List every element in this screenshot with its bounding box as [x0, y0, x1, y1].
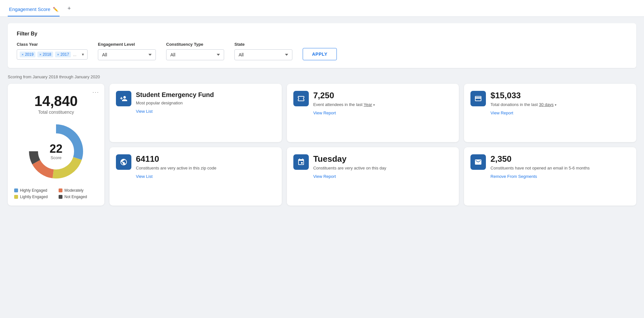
metric-desc-email-inactive: Constituents have not opened an email in… — [490, 165, 630, 171]
tag-x-2019[interactable]: × — [22, 53, 24, 56]
legend-dot-moderately — [59, 188, 62, 192]
tag-x-2017[interactable]: × — [57, 53, 59, 56]
metric-value-total-donations: $15,033 — [490, 91, 630, 100]
view-report-active-day[interactable]: View Report — [313, 174, 453, 179]
engagement-level-select[interactable]: All Highly Engaged Moderately Lightly En… — [98, 49, 156, 60]
constituency-type-filter: Constituency Type All — [166, 42, 224, 60]
metric-content-event-attendees: 7,250 Event attendees in the last Year ▾… — [313, 91, 453, 115]
state-select[interactable]: All — [234, 49, 292, 60]
filter-title: Filter By — [17, 31, 627, 37]
filter-box: Filter By Class Year × 2019 × 2018 — [8, 23, 636, 68]
legend-dot-lightly-engaged — [14, 195, 18, 199]
chevron-down-icon: ▼ — [81, 53, 85, 56]
engagement-level-label: Engagement Level — [98, 42, 156, 47]
metric-desc-total-donations: Total donations in the last 30 days ▾ — [490, 102, 630, 108]
class-year-filter: Class Year × 2019 × 2018 × 2017 — [17, 42, 88, 60]
view-list-student-emergency-fund[interactable]: View List — [136, 109, 275, 114]
class-year-input[interactable]: × 2019 × 2018 × 2017 ... ▼ — [17, 49, 88, 60]
metric-content-email-inactive: 2,350 Constituents have not opened an em… — [490, 154, 630, 179]
metric-desc-zip-code: Constituents are very active in this zip… — [136, 165, 275, 171]
metric-card-zip-code: 64110 Constituents are very active in th… — [109, 147, 282, 206]
tag-2019[interactable]: × 2019 — [20, 52, 35, 57]
total-count: 14,840 — [34, 94, 78, 108]
legend-highly-engaged: Highly Engaged — [14, 188, 53, 193]
calendar-icon — [293, 154, 309, 170]
tag-more[interactable]: ... — [73, 52, 76, 57]
donut-score-label: Score — [50, 155, 62, 160]
donut-score: 22 — [50, 143, 62, 155]
metric-desc-event-attendees: Event attendees in the last Year ▾ — [313, 102, 453, 108]
score-card: ··· 14,840 Total constituency — [8, 84, 104, 206]
tag-x-2018[interactable]: × — [39, 53, 41, 56]
filter-row: Class Year × 2019 × 2018 × 2017 — [17, 42, 627, 60]
metric-card-email-inactive: 2,350 Constituents have not opened an em… — [464, 147, 636, 206]
person-add-icon — [116, 91, 131, 106]
tab-add-button[interactable]: + — [65, 1, 73, 16]
legend-lightly-engaged: Lightly Engaged — [14, 195, 53, 199]
constituency-type-select[interactable]: All — [166, 49, 224, 60]
credit-card-icon — [470, 91, 486, 106]
apply-button[interactable]: APPLY — [303, 48, 337, 60]
class-year-label: Class Year — [17, 42, 88, 47]
metric-value-active-day: Tuesday — [313, 154, 453, 164]
main-content: Filter By Class Year × 2019 × 2018 — [0, 17, 644, 212]
envelope-icon — [470, 154, 486, 170]
score-card-menu[interactable]: ··· — [92, 89, 99, 96]
year-dropdown[interactable]: Year ▾ — [364, 102, 375, 107]
metric-card-event-attendees: 7,250 Event attendees in the last Year ▾… — [287, 84, 459, 142]
metric-card-active-day: Tuesday Constituents are very active on … — [287, 147, 459, 206]
edit-icon[interactable]: ✏️ — [53, 7, 58, 12]
metric-content-student-emergency-fund: Student Emergency Fund Most popular desi… — [136, 91, 275, 114]
legend: Highly Engaged Moderately Lightly Engage… — [14, 188, 98, 199]
view-report-event-attendees[interactable]: View Report — [313, 111, 453, 115]
30days-dropdown[interactable]: 30 days ▾ — [539, 102, 556, 107]
legend-dot-not-engaged — [59, 195, 62, 199]
metric-content-zip-code: 64110 Constituents are very active in th… — [136, 154, 275, 179]
tab-label: Engagement Score — [9, 6, 50, 12]
metric-value-student-emergency-fund: Student Emergency Fund — [136, 91, 275, 99]
state-label: State — [234, 42, 292, 47]
ticket-icon — [293, 91, 309, 106]
metric-value-event-attendees: 7,250 — [313, 91, 453, 100]
state-filter: State All — [234, 42, 292, 60]
tag-2017[interactable]: × 2017 — [55, 52, 71, 57]
legend-dot-highly-engaged — [14, 188, 18, 192]
tag-2018[interactable]: × 2018 — [37, 52, 53, 57]
view-list-zip-code[interactable]: View List — [136, 174, 275, 179]
tab-engagement-score[interactable]: Engagement Score ✏️ — [8, 2, 60, 16]
metric-content-active-day: Tuesday Constituents are very active on … — [313, 154, 453, 179]
page-wrapper: Engagement Score ✏️ + Filter By Class Ye… — [0, 0, 644, 318]
globe-icon — [116, 154, 131, 170]
metric-desc-active-day: Constituents are very active on this day — [313, 165, 453, 171]
donut-chart: 22 Score — [27, 122, 85, 180]
remove-from-segments-button[interactable]: Remove From Segments — [490, 174, 630, 179]
metric-value-email-inactive: 2,350 — [490, 154, 630, 164]
dashboard-grid: ··· 14,840 Total constituency — [8, 84, 636, 206]
metric-card-total-donations: $15,033 Total donations in the last 30 d… — [464, 84, 636, 142]
metric-content-total-donations: $15,033 Total donations in the last 30 d… — [490, 91, 630, 115]
legend-not-engaged: Not Engaged — [59, 195, 98, 199]
metric-desc-student-emergency-fund: Most popular designation — [136, 100, 275, 106]
view-report-total-donations[interactable]: View Report — [490, 111, 630, 115]
total-label: Total constituency — [38, 110, 74, 115]
constituency-type-label: Constituency Type — [166, 42, 224, 47]
donut-center: 22 Score — [50, 143, 62, 160]
metric-card-student-emergency-fund: Student Emergency Fund Most popular desi… — [109, 84, 282, 142]
engagement-level-filter: Engagement Level All Highly Engaged Mode… — [98, 42, 156, 60]
scoring-label: Scoring from January 2018 through Januar… — [8, 74, 636, 79]
tab-bar: Engagement Score ✏️ + — [0, 0, 644, 17]
metric-value-zip-code: 64110 — [136, 154, 275, 164]
legend-moderately: Moderately — [59, 188, 98, 193]
